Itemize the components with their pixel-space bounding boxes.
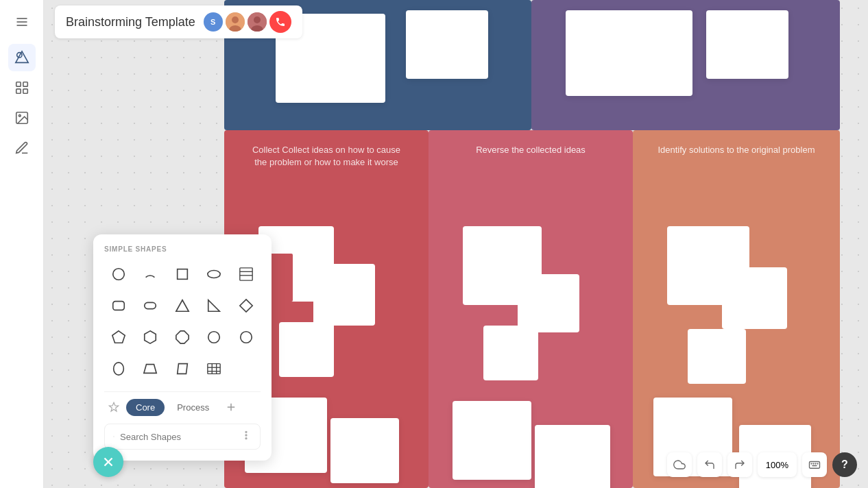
zoom-level: 100% [758,452,797,477]
white-block [688,329,746,384]
tab-core[interactable]: Core [126,399,165,416]
white-block [483,326,538,380]
svg-point-10 [19,114,21,117]
shape-right-triangle[interactable] [200,291,228,320]
tab-process[interactable]: Process [167,399,219,416]
shape-rounded-rect-sm[interactable] [136,291,165,320]
shape-square[interactable] [168,260,197,289]
white-block [279,322,334,377]
svg-rect-18 [177,269,187,280]
shape-trapezoid[interactable] [136,354,165,383]
svg-rect-51 [810,462,820,469]
svg-point-19 [208,271,220,278]
svg-rect-23 [113,302,125,310]
bottom-bar: 100% ? [667,452,857,477]
shapes-star-icon[interactable] [104,398,123,417]
svg-point-15 [254,16,261,23]
tab-add-button[interactable] [221,398,241,417]
svg-point-44 [113,436,114,437]
search-icon [113,431,114,442]
shape-pentagon[interactable] [104,323,133,352]
sticky-note[interactable] [453,401,531,480]
collaborators: S [204,11,291,33]
shape-circle-outline[interactable] [232,323,261,352]
shape-circle-sm[interactable] [200,323,228,352]
search-input[interactable] [120,432,235,442]
svg-marker-41 [109,402,118,411]
image-tool[interactable] [8,104,36,132]
svg-marker-29 [145,331,156,343]
sticky-note[interactable] [330,418,399,483]
canvas-area: Brainstorming Template S [44,0,868,488]
svg-marker-34 [144,365,156,374]
svg-point-12 [232,16,239,23]
svg-marker-28 [112,331,125,343]
avatar-3 [248,12,267,32]
canvas-block-identify: Identify solutions to the original probl… [633,130,840,488]
header: Brainstorming Template S [44,0,868,44]
svg-rect-6 [23,82,27,86]
undo-button[interactable] [697,452,722,477]
canvas-block-reverse: Reverse the collected ideas [429,130,633,488]
menu-button[interactable] [8,8,36,36]
title-bar: Brainstorming Template S [55,5,302,38]
redo-button[interactable] [727,452,752,477]
fab-close-button[interactable] [93,447,123,477]
block-label-reverse: Reverse the collected ideas [442,144,619,156]
keyboard-shortcuts-button[interactable] [802,452,827,477]
shapes-panel: SIMPLE SHAPES [93,234,272,461]
shapes-tool[interactable] [8,44,36,71]
shape-diamond[interactable] [232,291,261,320]
shape-octagon[interactable] [168,323,197,352]
svg-marker-26 [208,300,220,312]
shape-triangle[interactable] [168,291,197,320]
shape-tabs: Core Process [104,391,261,417]
shape-rounded-rect[interactable] [104,291,133,320]
search-bar [104,424,261,450]
help-button[interactable]: ? [832,452,857,477]
shape-placeholder [232,354,261,383]
svg-rect-7 [16,89,20,93]
svg-marker-35 [177,364,187,374]
svg-rect-5 [16,82,20,86]
draw-tool[interactable] [8,134,36,162]
svg-point-32 [240,332,252,343]
call-button[interactable] [269,11,291,33]
svg-marker-30 [176,331,189,343]
shape-table[interactable] [200,354,228,383]
shape-grid-lines[interactable] [232,260,261,289]
white-block [313,264,375,326]
block-label-collect: Collect Collect ideas on how to causethe… [238,144,415,169]
avatar-2 [226,12,245,32]
svg-point-31 [208,332,220,343]
shape-parallelogram[interactable] [168,354,197,383]
search-more-button[interactable] [241,430,252,443]
shapes-grid [104,260,261,383]
shape-ellipse[interactable] [200,260,228,289]
shape-circle[interactable] [104,260,133,289]
cloud-save-button[interactable] [667,452,692,477]
avatar-1: S [204,12,223,32]
shape-arc[interactable] [136,260,165,289]
svg-point-46 [245,431,247,432]
svg-marker-27 [239,300,252,312]
shape-oval[interactable] [104,354,133,383]
svg-point-33 [114,363,124,375]
white-block [722,267,787,329]
svg-rect-8 [23,89,27,93]
shapes-section-title: SIMPLE SHAPES [104,245,261,253]
shape-hexagon[interactable] [136,323,165,352]
grid-tool[interactable] [8,74,36,101]
svg-rect-36 [208,364,220,374]
svg-point-48 [245,438,247,439]
sidebar [0,0,44,488]
svg-marker-25 [176,300,189,312]
sticky-note[interactable] [535,425,610,488]
svg-rect-24 [145,302,156,308]
block-label-identify: Identify solutions to the original probl… [647,144,826,156]
svg-point-47 [245,435,247,436]
svg-rect-20 [239,268,252,280]
document-title: Brainstorming Template [66,15,195,29]
white-block [518,274,579,332]
svg-point-17 [113,269,125,280]
